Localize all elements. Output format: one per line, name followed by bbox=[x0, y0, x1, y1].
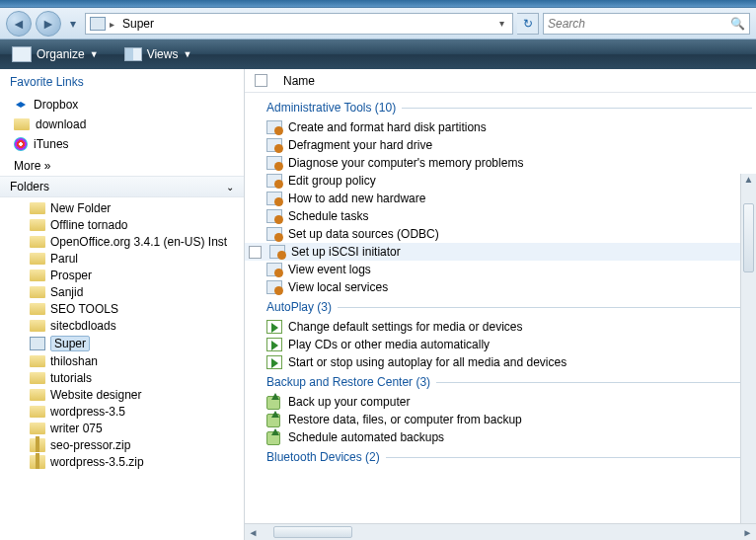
more-link[interactable]: More » bbox=[0, 156, 244, 176]
horizontal-scrollbar[interactable]: ◄ ► bbox=[245, 523, 756, 540]
tree-label: Parul bbox=[50, 252, 78, 266]
favorite-label: download bbox=[36, 117, 86, 131]
list-item[interactable]: Set up iSCSI initiator bbox=[245, 243, 756, 261]
zip-icon bbox=[30, 438, 45, 452]
favorite-label: iTunes bbox=[34, 137, 69, 151]
item-label: View local services bbox=[288, 280, 388, 294]
breadcrumb-current[interactable]: Super bbox=[118, 15, 158, 33]
item-label: Restore data, files, or computer from ba… bbox=[288, 413, 522, 426]
group-title-label: Backup and Restore Center (3) bbox=[266, 375, 430, 389]
item-label: Set up data sources (ODBC) bbox=[288, 227, 439, 241]
tree-label: Sanjid bbox=[50, 285, 83, 299]
history-dropdown[interactable]: ▾ bbox=[65, 14, 81, 34]
list-item[interactable]: View event logs bbox=[245, 261, 756, 278]
folder-icon bbox=[30, 423, 45, 434]
tree-item[interactable]: OpenOffice.org 3.4.1 (en-US) Inst bbox=[30, 233, 244, 250]
list-item[interactable]: Play CDs or other media automatically bbox=[245, 336, 756, 353]
item-label: Schedule automated backups bbox=[288, 430, 444, 444]
search-input[interactable] bbox=[548, 17, 726, 31]
tree-item[interactable]: Super bbox=[30, 334, 244, 352]
item-label: Change default settings for media or dev… bbox=[288, 320, 522, 334]
address-dropdown[interactable]: ▾ bbox=[495, 18, 508, 29]
group-header[interactable]: Backup and Restore Center (3) bbox=[245, 371, 756, 393]
tree-item[interactable]: wordpress-3.5.zip bbox=[30, 453, 244, 470]
views-label: Views bbox=[147, 47, 179, 61]
folder-icon bbox=[30, 406, 45, 418]
admin-icon bbox=[266, 280, 282, 294]
tree-item[interactable]: Prosper bbox=[30, 267, 244, 283]
tree-item[interactable]: Offline tornado bbox=[30, 216, 244, 233]
admin-icon bbox=[266, 209, 282, 223]
group-header[interactable]: Administrative Tools (10) bbox=[245, 97, 756, 118]
tree-item[interactable]: New Folder bbox=[30, 199, 244, 216]
tree-item[interactable]: wordpress-3.5 bbox=[30, 403, 244, 420]
list-item[interactable]: Back up your computer bbox=[245, 393, 756, 411]
group-header[interactable]: Bluetooth Devices (2) bbox=[245, 446, 756, 468]
favorite-link[interactable]: iTunes bbox=[0, 134, 244, 154]
folder-icon bbox=[30, 236, 45, 248]
list-item[interactable]: Schedule automated backups bbox=[245, 428, 756, 446]
folder-icon bbox=[30, 202, 45, 214]
item-label: Set up iSCSI initiator bbox=[291, 245, 401, 259]
item-label: Start or stop using autoplay for all med… bbox=[288, 355, 567, 369]
organize-label: Organize bbox=[37, 47, 85, 61]
favorite-link[interactable]: download bbox=[0, 115, 244, 134]
list-item[interactable]: Start or stop using autoplay for all med… bbox=[245, 353, 756, 371]
list-item[interactable]: How to add new hardware bbox=[245, 190, 756, 207]
tree-item[interactable]: Parul bbox=[30, 250, 244, 267]
folder-icon bbox=[30, 303, 45, 315]
list-item[interactable]: Diagnose your computer's memory problems bbox=[245, 154, 756, 172]
folder-icon bbox=[30, 355, 45, 367]
folder-icon bbox=[30, 270, 45, 281]
tree-item[interactable]: writer 075 bbox=[30, 420, 244, 436]
forward-button[interactable]: ► bbox=[36, 11, 61, 37]
tree-item[interactable]: tutorials bbox=[30, 369, 244, 386]
item-label: Play CDs or other media automatically bbox=[288, 338, 490, 351]
tree-item[interactable]: sitecbdloads bbox=[30, 317, 244, 334]
search-box[interactable]: 🔍 bbox=[543, 13, 750, 35]
tree-item[interactable]: thiloshan bbox=[30, 352, 244, 369]
item-label: Schedule tasks bbox=[288, 209, 368, 223]
admin-icon bbox=[266, 227, 282, 241]
item-checkbox[interactable] bbox=[249, 246, 262, 259]
folder-icon bbox=[14, 118, 30, 130]
scroll-right-button[interactable]: ► bbox=[739, 524, 756, 540]
scroll-thumb[interactable] bbox=[273, 526, 352, 538]
super-icon bbox=[30, 337, 45, 350]
tree-item[interactable]: Website designer bbox=[30, 386, 244, 403]
folder-icon bbox=[30, 372, 45, 384]
back-button[interactable]: ◄ bbox=[6, 11, 32, 37]
favorite-link[interactable]: Dropbox bbox=[0, 95, 244, 115]
address-bar[interactable]: Super ▾ bbox=[85, 13, 513, 35]
tree-label: wordpress-3.5 bbox=[50, 405, 125, 419]
folder-tree: New FolderOffline tornadoOpenOffice.org … bbox=[0, 197, 244, 540]
organize-button[interactable]: Organize ▼ bbox=[6, 44, 105, 64]
list-item[interactable]: Edit group policy bbox=[245, 172, 756, 190]
breadcrumb-separator bbox=[110, 17, 114, 31]
list-item[interactable]: View local services bbox=[245, 278, 756, 296]
list-item[interactable]: Change default settings for media or dev… bbox=[245, 318, 756, 336]
play-icon bbox=[266, 355, 282, 369]
folders-header[interactable]: Folders ⌄ bbox=[0, 176, 244, 197]
select-all-checkbox[interactable] bbox=[255, 74, 267, 87]
list-item[interactable]: Schedule tasks bbox=[245, 207, 756, 225]
tree-label: Prosper bbox=[50, 269, 92, 282]
item-label: Edit group policy bbox=[288, 174, 376, 188]
list-item[interactable]: Restore data, files, or computer from ba… bbox=[245, 411, 756, 428]
location-icon bbox=[90, 17, 106, 31]
tree-item[interactable]: Sanjid bbox=[30, 283, 244, 300]
views-button[interactable]: Views ▼ bbox=[118, 45, 198, 63]
scroll-left-button[interactable]: ◄ bbox=[245, 524, 262, 540]
tree-item[interactable]: seo-pressor.zip bbox=[30, 436, 244, 453]
list-item[interactable]: Defragment your hard drive bbox=[245, 136, 756, 154]
column-name[interactable]: Name bbox=[275, 74, 323, 88]
list-item[interactable]: Create and format hard disk partitions bbox=[245, 118, 756, 136]
tree-item[interactable]: SEO TOOLS bbox=[30, 300, 244, 317]
list-item[interactable]: Set up data sources (ODBC) bbox=[245, 225, 756, 243]
tree-label: Super bbox=[50, 336, 90, 351]
tree-label: tutorials bbox=[50, 371, 92, 385]
refresh-button[interactable]: ↻ bbox=[517, 13, 539, 35]
folders-label: Folders bbox=[10, 180, 49, 193]
chevron-down-icon: ▼ bbox=[90, 49, 99, 59]
group-header[interactable]: AutoPlay (3) bbox=[245, 296, 756, 318]
